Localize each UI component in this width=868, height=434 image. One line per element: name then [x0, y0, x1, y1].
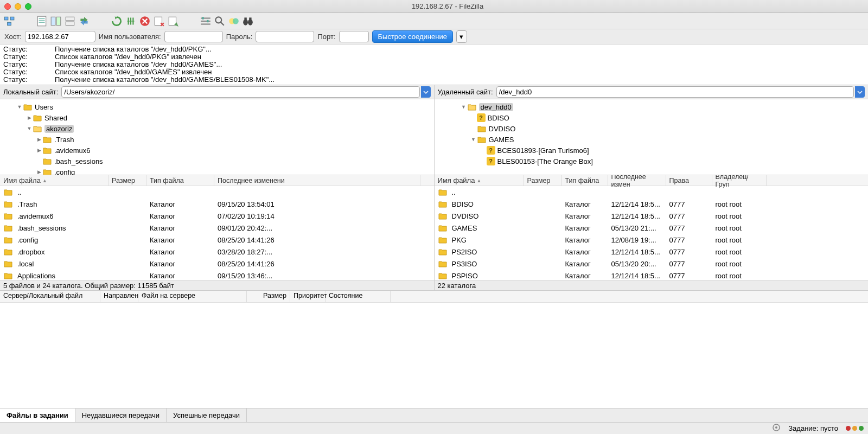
- tree-item[interactable]: ▶Shared: [0, 112, 434, 123]
- tree-item[interactable]: ▼Users: [0, 101, 434, 112]
- tree-item[interactable]: ▶.avidemux6: [0, 145, 434, 156]
- toggle-log-icon[interactable]: [36, 15, 48, 27]
- queue-indicator-icon[interactable]: [772, 423, 781, 433]
- svg-rect-17: [202, 17, 203, 19]
- tab-success[interactable]: Успешные передачи: [167, 409, 247, 422]
- folder-icon: [477, 136, 487, 143]
- folder-icon: [467, 103, 477, 111]
- tree-item[interactable]: ▼akozoriz: [0, 123, 434, 134]
- username-input[interactable]: [164, 31, 223, 42]
- tree-item[interactable]: .bash_sessions: [0, 156, 434, 167]
- file-row[interactable]: ..: [435, 186, 869, 198]
- refresh-icon[interactable]: [111, 15, 123, 27]
- folder-icon: [42, 157, 52, 165]
- binoculars-icon[interactable]: [242, 15, 254, 27]
- svg-rect-10: [66, 22, 74, 25]
- svg-rect-25: [244, 17, 246, 21]
- folder-icon: [3, 212, 13, 220]
- file-row[interactable]: .TrashКаталог09/15/20 13:54:01: [0, 198, 434, 210]
- cancel-icon[interactable]: [139, 15, 151, 27]
- file-row[interactable]: ApplicationsКаталог09/15/20 13:46:...: [0, 270, 434, 280]
- svg-rect-18: [207, 20, 208, 22]
- local-site-dropdown[interactable]: [421, 86, 431, 98]
- folder-icon: [438, 248, 448, 256]
- file-row[interactable]: .bash_sessionsКаталог09/01/20 20:42:...: [0, 222, 434, 234]
- file-row[interactable]: BDISOКаталог12/12/14 18:5...0777root roo…: [435, 198, 869, 210]
- file-row[interactable]: GAMESКаталог05/13/20 21:...0777root root: [435, 222, 869, 234]
- toggle-tree-icon[interactable]: [50, 15, 62, 27]
- sitemanager-icon[interactable]: [3, 15, 15, 27]
- search-icon[interactable]: [214, 15, 226, 27]
- local-filelist-header[interactable]: Имя файла▲ Размер Тип файла Последнее из…: [0, 175, 434, 186]
- queue-header[interactable]: Сервер/Локальный файл Направлен Файл на …: [0, 291, 868, 303]
- reconnect-icon[interactable]: [167, 15, 179, 27]
- maximize-window-button[interactable]: [25, 3, 31, 10]
- file-row[interactable]: .localКаталог08/25/20 14:41:26: [0, 258, 434, 270]
- port-input[interactable]: [339, 31, 369, 42]
- remote-filelist[interactable]: Имя файла▲ Размер Тип файла Последнее из…: [435, 175, 869, 280]
- remote-tree[interactable]: ▼dev_hdd0?BDISODVDISO▼GAMES?BCES01893-[G…: [435, 99, 869, 175]
- toggle-queue-icon[interactable]: [64, 15, 76, 27]
- password-label: Пароль:: [226, 33, 253, 41]
- svg-rect-2: [8, 22, 11, 25]
- folder-icon: [438, 212, 448, 220]
- password-input[interactable]: [256, 31, 314, 42]
- folder-icon: [3, 236, 13, 244]
- file-row[interactable]: DVDISOКаталог12/12/14 18:5...0777root ro…: [435, 210, 869, 222]
- folder-icon: [438, 200, 448, 208]
- tree-item[interactable]: DVDISO: [435, 123, 869, 134]
- tree-item[interactable]: ▶.Trash: [0, 134, 434, 145]
- svg-rect-26: [249, 17, 251, 21]
- remote-site-input[interactable]: [496, 86, 854, 98]
- host-input[interactable]: [25, 31, 95, 42]
- file-row[interactable]: .configКаталог08/25/20 14:41:26: [0, 234, 434, 246]
- quickconnect-button[interactable]: Быстрое соединение: [372, 30, 453, 43]
- svg-rect-3: [37, 16, 46, 26]
- svg-rect-16: [201, 23, 210, 24]
- folder-icon: [42, 136, 52, 143]
- file-row[interactable]: ..: [0, 186, 434, 198]
- tree-item[interactable]: ?BCES01893-[Gran Turismo6]: [435, 145, 869, 156]
- file-row[interactable]: .dropboxКаталог03/28/20 18:27:...: [0, 246, 434, 258]
- tree-item[interactable]: ?BLES00153-[The Orange Box]: [435, 156, 869, 167]
- folder-icon: [3, 224, 13, 232]
- local-status: 5 файлов и 24 каталога. Общий размер: 11…: [0, 281, 435, 290]
- file-row[interactable]: PS2ISOКаталог12/12/14 18:5...0777root ro…: [435, 246, 869, 258]
- folder-icon: [42, 146, 52, 154]
- remote-site-dropdown[interactable]: [855, 86, 865, 98]
- folder-icon: [3, 188, 13, 196]
- tree-item[interactable]: ?BDISO: [435, 112, 869, 123]
- local-filelist[interactable]: Имя файла▲ Размер Тип файла Последнее из…: [0, 175, 435, 280]
- close-window-button[interactable]: [4, 3, 11, 10]
- svg-rect-15: [201, 20, 210, 21]
- main-toolbar: [0, 13, 868, 29]
- local-tree[interactable]: ▼Users▶Shared▼akozoriz▶.Trash▶.avidemux6…: [0, 99, 435, 175]
- disconnect-icon[interactable]: [153, 15, 165, 27]
- folder-icon: [438, 236, 448, 244]
- file-row[interactable]: .avidemux6Каталог07/02/20 10:19:14: [0, 210, 434, 222]
- tab-failed[interactable]: Неудавшиеся передачи: [75, 409, 167, 422]
- remote-filelist-header[interactable]: Имя файла▲ Размер Тип файла Последнее из…: [435, 175, 869, 186]
- file-row[interactable]: PSPISOКаталог12/12/14 18:5...0777root ro…: [435, 270, 869, 280]
- minimize-window-button[interactable]: [15, 3, 21, 10]
- filter-icon[interactable]: [200, 15, 212, 27]
- compare-icon[interactable]: [228, 15, 240, 27]
- folder-icon: [477, 125, 487, 132]
- tab-queued[interactable]: Файлы в задании: [0, 409, 75, 422]
- quickconnect-dropdown[interactable]: ▾: [456, 30, 467, 43]
- tree-item[interactable]: ▶.config: [0, 167, 434, 175]
- file-row[interactable]: PS3ISOКаталог05/13/20 20:...0777root roo…: [435, 258, 869, 270]
- folder-icon: [23, 103, 33, 111]
- local-site-bar: Локальный сайт:: [0, 85, 435, 99]
- folder-icon: [3, 200, 13, 208]
- folder-icon: [438, 224, 448, 232]
- sync-browse-icon[interactable]: [78, 15, 90, 27]
- local-site-input[interactable]: [61, 86, 419, 98]
- process-queue-icon[interactable]: [125, 15, 137, 27]
- svg-point-28: [775, 426, 777, 429]
- file-row[interactable]: PKGКаталог12/08/19 19:...0777root root: [435, 234, 869, 246]
- tree-item[interactable]: ▼GAMES: [435, 134, 869, 145]
- queue-list[interactable]: [0, 303, 868, 408]
- svg-point-19: [215, 17, 221, 23]
- tree-item[interactable]: ▼dev_hdd0: [435, 101, 869, 112]
